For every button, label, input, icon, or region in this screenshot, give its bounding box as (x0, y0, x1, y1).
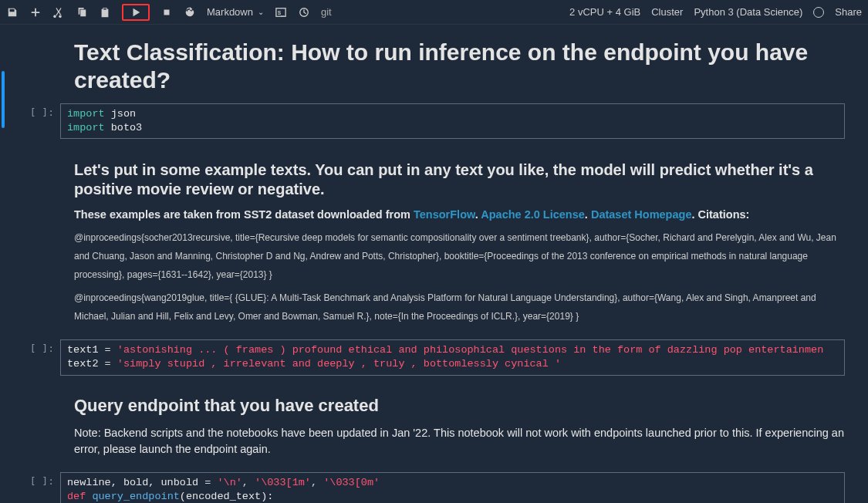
save-icon[interactable] (6, 6, 19, 19)
citation-1: @inproceedings{socher2013recursive, titl… (74, 228, 845, 284)
code-cell-2[interactable]: [ ]: text1 = 'astonishing ... ( frames )… (3, 339, 868, 375)
terminal-icon[interactable]: $_ (275, 6, 287, 19)
cell-prompt: [ ]: (17, 103, 60, 139)
paste-icon[interactable] (99, 6, 111, 19)
copy-icon[interactable] (76, 6, 88, 19)
add-icon[interactable] (29, 6, 42, 19)
restart-icon[interactable] (184, 6, 196, 19)
cell-prompt: [ ]: (17, 339, 60, 375)
toolbar: Markdown ⌄ $_ git 2 vCPU + 4 GiB Cluster… (0, 0, 868, 25)
tensorflow-link[interactable]: TensorFlow (414, 208, 475, 221)
examples-paragraph: These examples are taken from SST2 datas… (74, 207, 845, 224)
markdown-cell-examples[interactable]: Let's put in some example texts. You can… (17, 139, 868, 339)
examples-heading: Let's put in some example texts. You can… (74, 160, 845, 199)
code-cell-1[interactable]: [ ]: import json import boto3 (3, 103, 868, 139)
git-label[interactable]: git (321, 6, 332, 18)
notebook-main[interactable]: Text Classification: How to run inferenc… (0, 25, 868, 503)
share-button[interactable]: Share (835, 6, 862, 18)
svg-rect-0 (164, 9, 170, 15)
kernel-status-icon[interactable] (813, 7, 824, 18)
code-editor[interactable]: newline, bold, unbold = '\n', '\033[1m',… (60, 472, 845, 503)
code-editor[interactable]: text1 = 'astonishing ... ( frames ) prof… (60, 339, 845, 375)
clock-icon[interactable] (298, 6, 310, 19)
code-editor[interactable]: import json import boto3 (60, 103, 845, 139)
citation-2: @inproceedings{wang2019glue, title={ {GL… (74, 289, 845, 326)
apache-license-link[interactable]: Apache 2.0 License (481, 208, 585, 221)
instance-label[interactable]: 2 vCPU + 4 GiB (569, 6, 640, 18)
dataset-homepage-link[interactable]: Dataset Homepage (591, 208, 692, 221)
svg-text:$_: $_ (278, 8, 285, 15)
stop-icon[interactable] (160, 6, 173, 19)
run-icon (130, 6, 142, 19)
cell-prompt: [ ]: (17, 472, 60, 503)
cell-type-label: Markdown (207, 6, 253, 18)
active-cell-marker (2, 71, 5, 128)
markdown-cell-title[interactable]: Text Classification: How to run inferenc… (17, 25, 868, 103)
page-title: Text Classification: How to run inferenc… (74, 39, 845, 94)
query-heading: Query endpoint that you have created (74, 396, 845, 416)
toolbar-right: 2 vCPU + 4 GiB Cluster Python 3 (Data Sc… (569, 6, 862, 18)
cut-icon[interactable] (52, 6, 65, 19)
query-note: Note: Backend scripts and the notebooks … (74, 425, 845, 459)
toolbar-left: Markdown ⌄ $_ git (6, 4, 332, 21)
markdown-cell-query[interactable]: Query endpoint that you have created Not… (17, 376, 868, 473)
cell-type-dropdown[interactable]: Markdown ⌄ (207, 6, 264, 18)
code-cell-3[interactable]: [ ]: newline, bold, unbold = '\n', '\033… (3, 472, 868, 503)
chevron-down-icon: ⌄ (258, 8, 264, 16)
run-button-highlighted[interactable] (122, 4, 150, 21)
kernel-label[interactable]: Python 3 (Data Science) (694, 6, 802, 18)
cluster-label[interactable]: Cluster (651, 6, 683, 18)
